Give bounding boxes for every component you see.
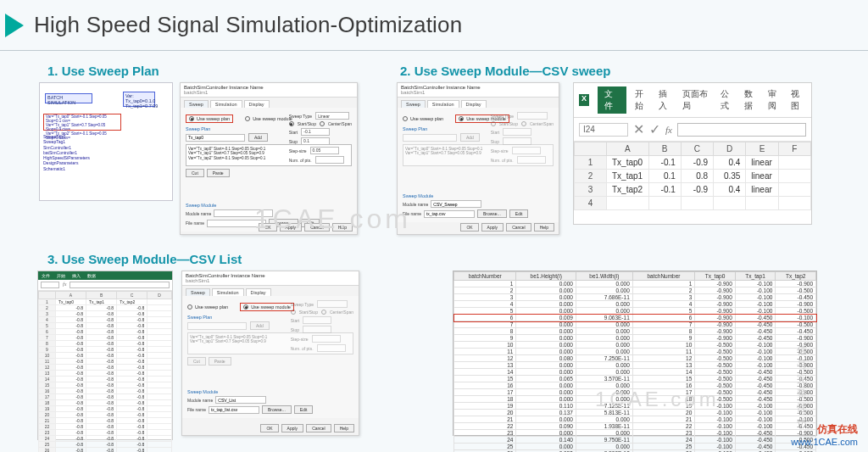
help-button[interactable]: Help	[332, 223, 353, 232]
name-box[interactable]: I24	[579, 123, 628, 137]
dialog-title: BatchSimController Instance Name batchSi…	[398, 83, 559, 98]
ghost-text: 信号完整性仿	[791, 343, 807, 430]
ribbon-tab-file[interactable]: 文件	[598, 86, 626, 114]
tab-display[interactable]: Display	[461, 100, 487, 108]
radio-use-sweep-plan[interactable]	[187, 304, 192, 310]
fx-icon[interactable]: fx	[665, 125, 672, 135]
table-row: 1Tx_tap0-0.1-0.90.4linear	[575, 156, 811, 170]
cancel-button[interactable]: Cancel	[506, 223, 531, 232]
results-table: batchNumberbe1.Height(i)be1.Width(i)batc…	[453, 271, 817, 436]
tab-sweep[interactable]: Sweep	[401, 100, 426, 108]
table-row: 5-0.8-0.8-0.8	[39, 323, 172, 329]
module-name-input[interactable]: CSV_List	[215, 396, 266, 404]
ok-button[interactable]: OK	[259, 223, 276, 232]
table-row: 17-0.8-0.8-0.8	[39, 394, 172, 400]
table-row: 30.0007.686E-113-0.900-0.100-0.450	[454, 294, 816, 301]
step-input[interactable]: 0.05	[310, 147, 339, 154]
fx-cancel-icon[interactable]: ✕	[633, 121, 644, 137]
sweep-vars-highlight: Var="Tx_tap0" Start=-0.1 Step=0.05 Stop=…	[43, 114, 121, 131]
sweep-type-select[interactable]: Linear	[315, 112, 349, 120]
ribbon-tab[interactable]: 数据	[744, 88, 760, 112]
table-row: 3Tx_tap2-0.1-0.90.4linear	[575, 183, 811, 197]
ribbon-tab[interactable]: 公式	[721, 88, 736, 112]
slide-accent-icon	[5, 14, 24, 37]
cut-button[interactable]: Cut	[186, 169, 204, 177]
formula-bar[interactable]	[70, 282, 170, 288]
radio-use-sweep-module[interactable]	[245, 116, 250, 121]
table-row: 2Tx_tap10.10.80.35linear	[575, 170, 811, 183]
radio-use-sweep-plan[interactable]	[189, 116, 194, 121]
section-3-title: 3. Use Sweep Module—CSV List	[47, 252, 242, 266]
table-row: 4	[575, 197, 811, 210]
tab-sweep[interactable]: Sweep	[186, 288, 210, 296]
start-input[interactable]: -0.1	[301, 128, 330, 136]
help-button[interactable]: Help	[534, 223, 554, 232]
apply-button[interactable]: Apply	[281, 424, 304, 432]
name-box[interactable]	[41, 282, 59, 288]
ok-button[interactable]: OK	[260, 424, 278, 432]
ribbon-tab[interactable]: 开始	[57, 273, 65, 278]
module-name-input[interactable]	[214, 209, 273, 217]
browse-button[interactable]: Browse...	[477, 209, 507, 218]
ribbon-tab-file[interactable]: 文件	[42, 273, 50, 278]
table-row: 8-0.8-0.8-0.8	[39, 341, 172, 347]
radio-use-sweep-module[interactable]	[459, 116, 464, 121]
table-row: 170.0000.00017-0.500-0.450-0.800	[454, 389, 816, 396]
ribbon-tab[interactable]: 开始	[635, 88, 650, 112]
help-button[interactable]: Help	[334, 424, 354, 432]
file-name-input[interactable]	[207, 220, 266, 227]
fx-accept-icon[interactable]: ✓	[649, 121, 660, 137]
stop-input[interactable]: 0.1	[301, 137, 330, 145]
radio-use-sweep-module[interactable]	[243, 304, 248, 310]
ribbon-tab[interactable]: 数据	[87, 273, 96, 278]
radio-label: Use sweep plan	[410, 116, 443, 121]
tab-display[interactable]: Display	[246, 288, 271, 296]
sweep-type-label: Sweep Type	[289, 114, 312, 119]
apply-button[interactable]: Apply	[280, 223, 303, 232]
ribbon-tab[interactable]: 插入	[659, 88, 674, 112]
section-1-title: 1. Use Sweep Plan	[47, 64, 159, 78]
var-name-input[interactable]: Tx_tap0	[186, 134, 245, 142]
cancel-button[interactable]: Cancel	[304, 223, 330, 232]
file-name-input[interactable]: tx_tap.csv	[424, 210, 475, 218]
cancel-button[interactable]: Cancel	[306, 424, 331, 432]
sweep-module-group: Sweep Module	[186, 203, 352, 208]
radio-label: Use sweep module	[251, 304, 291, 310]
edit-button[interactable]: Edit	[294, 405, 314, 414]
table-row: 150.0653.570E-1115-0.500-0.450-0.450	[454, 376, 816, 382]
radio-centerspan[interactable]	[320, 121, 325, 126]
fx-icon[interactable]: fx	[63, 282, 66, 288]
tab-simulation[interactable]: Simulation	[210, 100, 242, 108]
radio-startstop[interactable]	[289, 121, 294, 126]
excel-grid[interactable]: ABCD1Tx_tap0Tx_tap1Tx_tap22-0.8-0.8-0.83…	[38, 291, 172, 452]
table-row: 13-0.8-0.8-0.8	[39, 371, 172, 377]
ribbon-tab[interactable]: 视图	[791, 88, 806, 112]
formula-bar[interactable]	[677, 123, 806, 137]
ok-button[interactable]: OK	[460, 223, 478, 232]
browse-button[interactable]: Browse...	[262, 405, 292, 414]
table-row: 200.1375.813E-1120-0.100-0.100-0.500	[454, 410, 816, 416]
table-row: 7-0.8-0.8-0.8	[39, 335, 172, 341]
tab-sweep[interactable]: Sweep	[184, 100, 209, 108]
table-row: 220.0901.938E-1122-0.100-0.100-0.450	[454, 423, 816, 430]
radio-label: Use sweep module	[253, 116, 292, 121]
tab-simulation[interactable]: Simulation	[427, 100, 459, 108]
file-name-input[interactable]: tx_tap_list.csv	[209, 406, 259, 414]
radio-use-sweep-plan[interactable]	[403, 116, 408, 121]
table-row: 10.0000.0001-0.900-0.100-0.900	[454, 281, 816, 287]
var-name-input	[403, 134, 457, 142]
ribbon-tab[interactable]: 页面布局	[682, 88, 712, 112]
tree-item[interactable]: Schematic1	[43, 166, 90, 171]
add-button[interactable]: Add	[248, 133, 268, 142]
batch-sim-dialog-2: BatchSimController Instance Name batchSi…	[397, 82, 559, 235]
tab-simulation[interactable]: Simulation	[212, 288, 244, 296]
ribbon-tab[interactable]: 插入	[72, 273, 81, 278]
edit-button[interactable]: Edit	[509, 209, 529, 218]
excel-grid[interactable]: ABC DEF 1Tx_tap0-0.1-0.90.4linear 2Tx_ta…	[574, 142, 811, 210]
npts-input[interactable]	[315, 156, 344, 164]
module-name-input[interactable]: CSV_Sweep	[431, 200, 481, 208]
tab-display[interactable]: Display	[244, 100, 270, 108]
paste-button[interactable]: Paste	[207, 169, 230, 177]
ribbon-tab[interactable]: 审阅	[768, 88, 783, 112]
apply-button[interactable]: Apply	[481, 223, 504, 232]
